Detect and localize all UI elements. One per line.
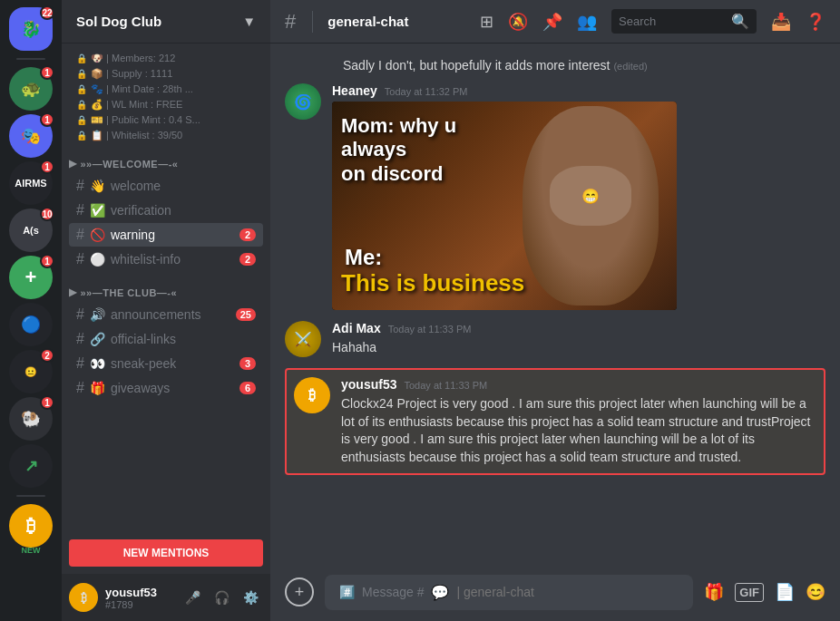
channel-whitelist-info[interactable]: # ⚪ whitelist-info 2 bbox=[69, 247, 263, 271]
mic-button[interactable]: 🎤 bbox=[180, 585, 205, 610]
new-mentions-button[interactable]: NEW MENTIONS bbox=[69, 539, 263, 567]
server-badge-apes: 10 bbox=[40, 207, 54, 221]
msg-header-yousuf: yousuf53 Today at 11:33 PM bbox=[341, 377, 816, 392]
channel-official-links[interactable]: # 🔗 official-links bbox=[69, 327, 263, 351]
gif-button[interactable]: GIF bbox=[735, 583, 764, 602]
input-emoji-icon: 💬 bbox=[431, 584, 449, 601]
server-badge-airms: 1 bbox=[40, 160, 54, 174]
input-bar: + #️⃣ Message # 💬 🎁 GIF 📄 😊 bbox=[270, 563, 840, 621]
meme-me-text: Me: bbox=[345, 245, 382, 270]
emoji-icon[interactable]: 😊 bbox=[806, 582, 825, 602]
channel-announcements[interactable]: # 🔊 announcements 25 bbox=[69, 303, 263, 326]
msg-text-yousuf: Clockx24 Project is very good . I am sur… bbox=[341, 395, 816, 466]
input-right-icons: 🎁 GIF 📄 😊 bbox=[704, 582, 825, 602]
channel-badge-sneak: 3 bbox=[239, 357, 256, 370]
sticker-icon[interactable]: 📄 bbox=[775, 582, 795, 602]
server-badge-turtle: 1 bbox=[40, 65, 54, 80]
message-input-field: #️⃣ Message # 💬 bbox=[325, 575, 693, 610]
search-bar[interactable]: 🔍 bbox=[611, 9, 757, 34]
lock-icon-3: 🔒 bbox=[76, 84, 87, 94]
user-info: yousuf53 #1789 bbox=[105, 586, 172, 610]
avatar-heaney: 🌀 bbox=[285, 83, 321, 120]
server-icon-nft[interactable]: 🎭 1 bbox=[9, 114, 53, 158]
meme-top-text: Mom: why u always on discord bbox=[341, 114, 523, 186]
msg-author-adi: Adi Max bbox=[332, 321, 381, 335]
server-icon-airms[interactable]: AIRMS 1 bbox=[9, 161, 53, 205]
search-input[interactable] bbox=[619, 15, 726, 28]
msg-header-adi: Adi Max Today at 11:33 PM bbox=[332, 321, 825, 335]
avatar-adi-max: ⚔️ bbox=[285, 321, 321, 357]
channel-sneak-peek[interactable]: # 👀 sneak-peek 3 bbox=[69, 352, 263, 375]
channel-verification[interactable]: # ✅ verification bbox=[69, 199, 263, 222]
chevron-down-icon: ▼ bbox=[242, 14, 256, 29]
username: yousuf53 bbox=[105, 586, 172, 599]
channel-name-sneak: sneak-peek bbox=[111, 356, 176, 371]
avatar-yousuf53: ₿ bbox=[294, 377, 330, 413]
hash-icon-4: # bbox=[76, 251, 84, 267]
info-public-mint: 🔒 🎫 | Public Mint : 0.4 S... bbox=[62, 112, 270, 128]
server-icon-ram[interactable]: 🐏 1 bbox=[9, 397, 53, 441]
category-welcome[interactable]: ▶ »»—WELCOME—-« bbox=[62, 143, 270, 173]
channel-emoji-sneak: 👀 bbox=[90, 356, 105, 371]
server-badge-dark: 2 bbox=[40, 348, 54, 363]
avatar-text: ₿ bbox=[81, 591, 87, 605]
input-placeholder-text: Message # bbox=[362, 585, 424, 599]
msg-content-adi: Adi Max Today at 11:33 PM Hahaha bbox=[332, 321, 825, 357]
meme-image: 😁 Mom: why u always on discord Me: This … bbox=[332, 102, 677, 310]
channel-emoji-welcome: 👋 bbox=[90, 179, 105, 193]
server-badge-ram: 1 bbox=[40, 395, 54, 410]
server-icon-blue[interactable]: 🔵 bbox=[9, 303, 53, 346]
server-header[interactable]: Sol Dog Club ▼ bbox=[62, 0, 270, 44]
help-icon[interactable]: ❓ bbox=[806, 12, 825, 32]
inbox-icon[interactable]: 📥 bbox=[771, 12, 791, 32]
channel-name-whitelist: whitelist-info bbox=[111, 252, 181, 267]
channel-name-links: official-links bbox=[111, 332, 176, 346]
edited-tag: (edited) bbox=[613, 61, 647, 72]
server-icon-btc[interactable]: ₿ bbox=[9, 504, 53, 548]
user-controls: 🎤 🎧 ⚙️ bbox=[180, 585, 263, 610]
lock-icon-6: 🔒 bbox=[76, 131, 87, 141]
channel-emoji-announcements: 🔊 bbox=[90, 307, 105, 322]
sidebar: Sol Dog Club ▼ 🔒 🐶 | Members: 212 🔒 📦 | … bbox=[62, 0, 270, 621]
collapse-icon: ▶ bbox=[69, 158, 77, 170]
message-hash-icon: #️⃣ bbox=[339, 585, 355, 599]
hash-icon-7: # bbox=[76, 355, 84, 372]
category-label-text-2: »»—THE CLUB—-« bbox=[81, 287, 178, 298]
info-members: 🔒 🐶 | Members: 212 bbox=[62, 51, 270, 66]
topbar-channel-name: general-chat bbox=[327, 14, 408, 29]
channel-badge-warning: 2 bbox=[239, 228, 256, 241]
collapse-icon-2: ▶ bbox=[69, 286, 77, 298]
avatar: ₿ bbox=[69, 583, 98, 612]
topbar-divider bbox=[312, 11, 313, 33]
server-icon-add[interactable]: + 1 bbox=[9, 256, 53, 299]
server-icon-dark[interactable]: 😐 2 bbox=[9, 350, 53, 393]
channel-warning[interactable]: # 🚫 warning 2 bbox=[69, 223, 263, 247]
gift-icon[interactable]: 🎁 bbox=[704, 582, 724, 602]
server-icon-turtle[interactable]: 🐢 1 bbox=[9, 67, 53, 111]
msg-header-heaney: Heaney Today at 11:32 PM bbox=[332, 83, 825, 98]
channel-giveaways[interactable]: # 🎁 giveaways 6 bbox=[69, 376, 263, 400]
hash-icon-2: # bbox=[76, 202, 84, 218]
message-heaney: 🌀 Heaney Today at 11:32 PM 😁 Mom: why u … bbox=[285, 83, 825, 310]
settings-button[interactable]: ⚙️ bbox=[238, 585, 263, 610]
add-button[interactable]: + bbox=[285, 577, 314, 606]
msg-author-heaney: Heaney bbox=[332, 83, 377, 98]
info-text-6: 📋 | Whitelist : 39/50 bbox=[91, 130, 182, 141]
msg-author-yousuf: yousuf53 bbox=[341, 377, 396, 392]
lock-icon-5: 🔒 bbox=[76, 115, 87, 125]
server-icon-apes[interactable]: A(s 10 bbox=[9, 209, 53, 252]
bell-slash-icon[interactable]: 🔕 bbox=[508, 12, 528, 32]
message-input[interactable] bbox=[456, 585, 679, 599]
members-icon[interactable]: 👥 bbox=[577, 12, 597, 32]
hashtag-grid-icon[interactable]: ⊞ bbox=[480, 12, 493, 32]
channel-emoji-links: 🔗 bbox=[90, 332, 105, 346]
channel-emoji-verification: ✅ bbox=[90, 203, 105, 218]
server-icon-arrow[interactable]: ↗ bbox=[9, 444, 53, 488]
headset-button[interactable]: 🎧 bbox=[209, 585, 234, 610]
category-club[interactable]: ▶ »»—THE CLUB—-« bbox=[62, 272, 270, 302]
channel-name-verification: verification bbox=[111, 203, 171, 218]
server-icon-main[interactable]: 🐉 22 bbox=[9, 7, 53, 51]
pin-icon[interactable]: 📌 bbox=[542, 12, 562, 32]
channel-badge-giveaways: 6 bbox=[239, 382, 256, 394]
channel-welcome[interactable]: # 👋 welcome bbox=[69, 174, 263, 198]
